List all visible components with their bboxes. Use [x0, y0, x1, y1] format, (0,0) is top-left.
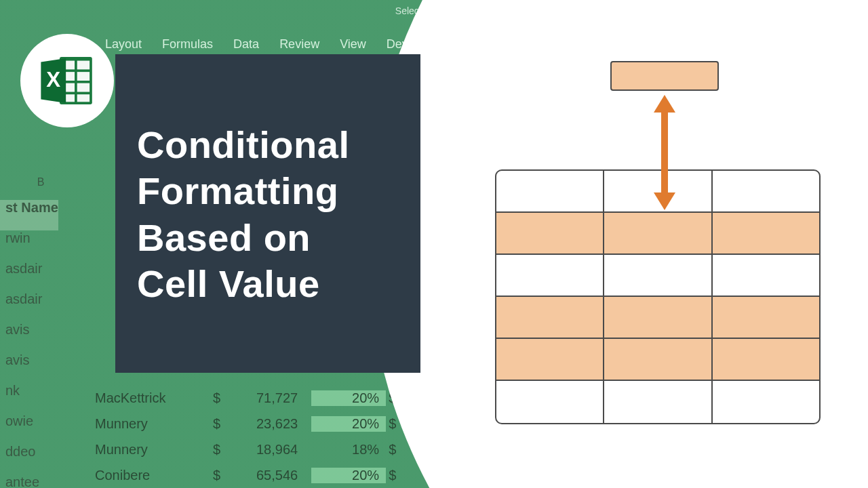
ribbon-tab-layout[interactable]: Layout: [105, 37, 142, 52]
svg-rect-2: [77, 61, 90, 70]
cell[interactable]: antee: [0, 474, 58, 488]
cell[interactable]: ddeo: [0, 444, 58, 474]
diagram-row-highlighted: [496, 297, 819, 339]
excel-logo: X: [20, 34, 114, 127]
cell[interactable]: owie: [0, 413, 58, 444]
double-arrow-icon: [657, 95, 672, 210]
page-title: Conditional Formatting Based on Cell Val…: [137, 122, 400, 307]
diagram-row: [496, 381, 819, 423]
cell[interactable]: asdair: [0, 261, 58, 291]
cell[interactable]: asdair: [0, 291, 58, 322]
svg-text:X: X: [46, 68, 60, 92]
ribbon-tab-data[interactable]: Data: [233, 37, 259, 52]
ribbon-tab-review[interactable]: Review: [279, 37, 319, 52]
diagram-row: [496, 255, 819, 297]
svg-rect-6: [77, 83, 90, 92]
ribbon-tab-formulas[interactable]: Formulas: [162, 37, 213, 52]
cell[interactable]: nk: [0, 383, 58, 413]
diagram-row-highlighted: [496, 213, 819, 255]
ribbon-tab-view[interactable]: View: [340, 37, 366, 52]
diagram-row-highlighted: [496, 339, 819, 381]
conditional-formatting-diagram: [495, 61, 821, 413]
cell[interactable]: avis: [0, 322, 58, 352]
criteria-cell: [610, 61, 719, 91]
header-cell[interactable]: st Name: [0, 200, 58, 230]
title-panel: Conditional Formatting Based on Cell Val…: [115, 54, 420, 373]
cell[interactable]: avis: [0, 352, 58, 383]
excel-icon: X: [36, 49, 98, 112]
svg-rect-8: [77, 94, 90, 102]
cell[interactable]: rwin: [0, 230, 58, 261]
column-header-b[interactable]: B: [0, 176, 81, 195]
svg-rect-4: [77, 72, 90, 81]
